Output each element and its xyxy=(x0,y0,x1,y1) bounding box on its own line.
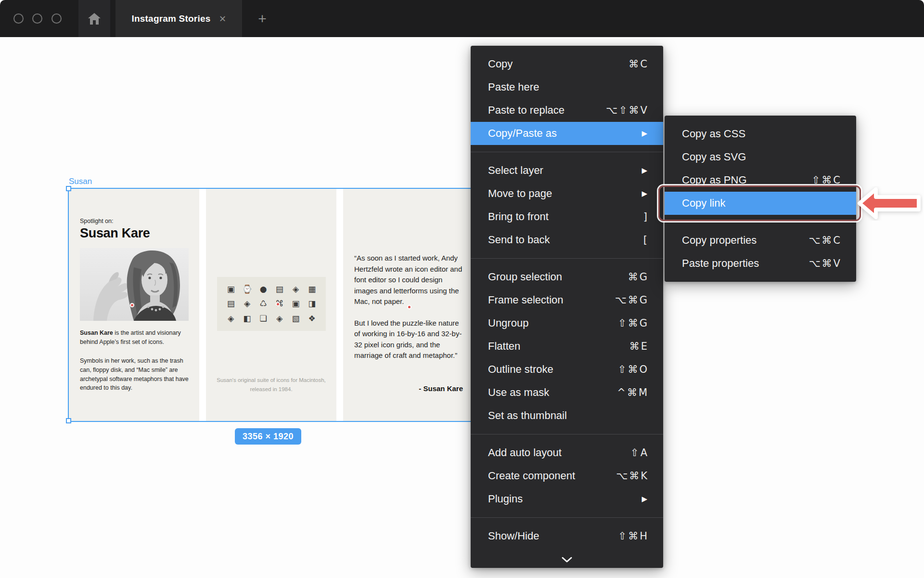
watch-icon: ⌚ xyxy=(242,285,252,293)
menu-item-label: Paste to replace xyxy=(488,104,606,117)
plus-icon: + xyxy=(258,11,267,27)
menu-item-copy-as-css[interactable]: Copy as CSS xyxy=(665,122,856,145)
home-button[interactable] xyxy=(78,0,110,37)
window-minimize-button[interactable] xyxy=(32,13,42,24)
layers-diamond-icon: ❖ xyxy=(308,315,316,323)
menu-item-bring-to-front[interactable]: Bring to front] xyxy=(471,205,663,228)
icon-suite-card: ▣⌚●▤◈▦▤◈♺⌘▣◨◈◧❏◈▧❖ xyxy=(217,277,326,331)
annotation-highlight-box xyxy=(658,185,861,221)
menu-item-label: Add auto layout xyxy=(488,447,630,459)
shortcut-label: ⌘G xyxy=(628,271,649,283)
menu-item-label: Send to back xyxy=(488,234,643,246)
document-folded-icon: ◧ xyxy=(243,315,251,323)
menu-item-label: Paste here xyxy=(488,81,649,93)
cursor-dot xyxy=(407,305,411,309)
submenu-arrow-icon: ▶ xyxy=(642,495,649,503)
menu-item-paste-to-replace[interactable]: Paste to replace⌥⇧⌘V xyxy=(471,99,663,122)
menu-item-label: Ungroup xyxy=(488,317,618,329)
icon-suite-caption: Susan's original suite of icons for Maci… xyxy=(211,376,332,394)
selected-frame[interactable]: Spotlight on: Susan Kare xyxy=(69,189,474,421)
menu-item-create-component[interactable]: Create component⌥⌘K xyxy=(471,464,663,487)
menu-item-label: Copy/Paste as xyxy=(488,127,642,140)
menu-item-copy-as-svg[interactable]: Copy as SVG xyxy=(665,145,856,169)
menu-item-copy[interactable]: Copy⌘C xyxy=(471,53,663,76)
story-panel-quote[interactable]: “As soon as I started work, Andy Hertzfe… xyxy=(343,189,474,421)
menu-item-paste-properties[interactable]: Paste properties⌥⌘V xyxy=(665,252,856,275)
window-close-button[interactable] xyxy=(13,13,24,24)
new-tab-button[interactable]: + xyxy=(248,0,277,37)
menu-item-add-auto-layout[interactable]: Add auto layout⇧A xyxy=(471,441,663,464)
susan-kare-photo xyxy=(80,248,189,321)
menu-item-send-to-back[interactable]: Send to back[ xyxy=(471,228,663,251)
shortcut-label: ⌥⌘C xyxy=(808,235,842,246)
window-titlebar: Instagram Stories × + xyxy=(0,0,924,37)
selection-handle-top-left[interactable] xyxy=(66,186,71,191)
context-menu: Copy⌘CPaste herePaste to replace⌥⇧⌘VCopy… xyxy=(471,46,663,568)
menu-item-copy-properties[interactable]: Copy properties⌥⌘C xyxy=(665,229,856,252)
menu-item-label: Copy as PNG xyxy=(682,174,812,186)
shortcut-label: ⇧⌘H xyxy=(618,530,649,542)
spotlight-title: Susan Kare xyxy=(80,226,150,241)
shortcut-label: ^⌘M xyxy=(617,387,649,398)
shortcut-label: ⌘C xyxy=(629,58,649,70)
floppy-disk-icon: ▦ xyxy=(308,285,316,293)
menu-item-ungroup[interactable]: Ungroup⇧⌘G xyxy=(471,312,663,335)
menu-item-label: Paste properties xyxy=(682,257,808,270)
menu-item-move-to-page[interactable]: Move to page▶ xyxy=(471,182,663,205)
story-panel-icons[interactable]: ▣⌚●▤◈▦▤◈♺⌘▣◨◈◧❏◈▧❖ Susan's original suit… xyxy=(206,189,336,421)
cursor-dot xyxy=(276,302,280,306)
shortcut-label: [ xyxy=(643,234,649,246)
menu-item-label: Set as thumbnail xyxy=(488,409,649,422)
shortcut-label: ⇧⌘G xyxy=(618,317,649,329)
shortcut-label: ⌥⌘V xyxy=(808,258,842,269)
shortcut-label: ⇧⌘O xyxy=(618,364,649,375)
quote-text: “As soon as I started work, Andy Hertzfe… xyxy=(354,253,465,372)
menu-item-label: Copy as CSS xyxy=(682,128,842,140)
tab-close-icon[interactable]: × xyxy=(219,13,226,25)
open-door-icon: ◨ xyxy=(308,300,316,308)
menu-item-label: Select layer xyxy=(488,164,642,177)
menu-item-copy-paste-as[interactable]: Copy/Paste as▶ xyxy=(471,122,663,145)
menu-item-label: Bring to front xyxy=(488,210,643,223)
menu-scroll-chevron-down-icon[interactable] xyxy=(471,554,663,568)
cursor-dot xyxy=(130,303,134,307)
menu-item-label: Create component xyxy=(488,470,616,482)
toolbox-icon: ▤ xyxy=(276,285,283,293)
macintosh-small-icon: ▣ xyxy=(292,300,299,308)
submenu-arrow-icon: ▶ xyxy=(642,189,649,198)
menu-item-flatten[interactable]: Flatten⌘E xyxy=(471,335,663,358)
selection-handle-bottom-left[interactable] xyxy=(66,418,71,423)
story-panel-spotlight[interactable]: Spotlight on: Susan Kare xyxy=(69,189,199,421)
window-zoom-button[interactable] xyxy=(51,13,62,24)
menu-item-label: Frame selection xyxy=(488,294,615,306)
submenu-arrow-icon: ▶ xyxy=(642,129,649,138)
menu-item-label: Plugins xyxy=(488,493,642,505)
menu-item-paste-here[interactable]: Paste here xyxy=(471,76,663,99)
shortcut-label: ⌘E xyxy=(629,341,649,352)
menu-item-label: Flatten xyxy=(488,340,629,353)
document-shapes-icon: ▧ xyxy=(292,315,299,323)
menu-item-outline-stroke[interactable]: Outline stroke⇧⌘O xyxy=(471,358,663,381)
tab-instagram-stories[interactable]: Instagram Stories × xyxy=(116,0,242,37)
menu-item-label: Outline stroke xyxy=(488,363,618,376)
menu-item-group-selection[interactable]: Group selection⌘G xyxy=(471,265,663,289)
trash-can-icon: ♺ xyxy=(260,300,267,308)
shortcut-label: ⌥⇧⌘V xyxy=(606,105,649,116)
menu-item-show-hide[interactable]: Show/Hide⇧⌘H xyxy=(471,525,663,548)
menu-item-frame-selection[interactable]: Frame selection⌥⌘G xyxy=(471,289,663,312)
shortcut-label: ⇧A xyxy=(630,447,649,459)
pointer-diamond-icon: ◈ xyxy=(244,300,250,308)
frame-name-label[interactable]: Susan xyxy=(69,177,92,186)
spotlight-paragraph-2: Symbols in her work, such as the trash c… xyxy=(80,356,190,393)
menu-item-label: Copy properties xyxy=(682,234,808,247)
macintosh-icon: ▣ xyxy=(227,285,235,293)
pointer-diamond-icon: ◈ xyxy=(276,315,282,323)
pointer-diamond-icon: ◈ xyxy=(228,315,234,323)
menu-item-select-layer[interactable]: Select layer▶ xyxy=(471,159,663,182)
document-text-icon: ▤ xyxy=(227,300,235,308)
menu-item-set-as-thumbnail[interactable]: Set as thumbnail xyxy=(471,404,663,427)
quote-paragraph-1: “As soon as I started work, Andy Hertzfe… xyxy=(354,253,465,307)
menu-item-plugins[interactable]: Plugins▶ xyxy=(471,487,663,511)
menu-item-use-as-mask[interactable]: Use as mask^⌘M xyxy=(471,381,663,404)
pointer-diamond-icon: ◈ xyxy=(293,285,299,293)
